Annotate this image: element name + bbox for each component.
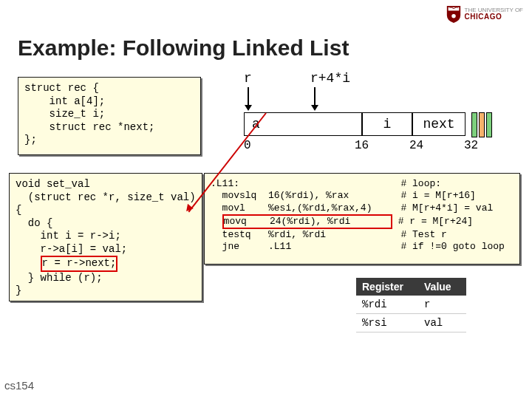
asm-l3a	[211, 216, 222, 227]
memory-layout-diagram: r r+4*i a i next 0 16 24 32	[214, 71, 525, 160]
pointer-r4i-label: r+4*i	[310, 71, 350, 86]
arrow-r4i	[314, 87, 318, 111]
svg-point-1	[451, 14, 456, 18]
field-i: i	[362, 112, 412, 136]
pointer-r-label: r	[244, 71, 252, 86]
offset-16: 16	[355, 139, 369, 152]
uchicago-logo: THE UNIVERSITY OF CHICAGO	[446, 4, 523, 24]
code-func-post: } while (r); }	[16, 272, 103, 297]
code-func-highlight: r = r->next;	[41, 256, 118, 272]
reg-rdi-val: r	[418, 296, 466, 314]
offset-32: 32	[464, 139, 478, 152]
struct-layout-row: a i next	[244, 112, 494, 136]
asm-l3-highlight: movq 24(%rdi), %rdi	[222, 214, 392, 229]
col-register: Register	[356, 278, 418, 296]
asm-l0: .L11: # loop:	[211, 178, 441, 189]
asm-l4: testq %rdi, %rdi # Test r	[211, 229, 447, 240]
asm-l3b: # r = M[r+24]	[398, 216, 473, 227]
code-struct-def: struct rec { int a[4]; size_t i; struct …	[18, 77, 201, 155]
asm-l2: movl %esi,(%rdi,%rax,4) # M[r+4*i] = val	[211, 202, 493, 214]
table-header-row: Register Value	[356, 278, 466, 296]
course-footer: cs154	[4, 379, 34, 392]
page-title: Example: Following Linked List	[18, 35, 349, 61]
logo-text: THE UNIVERSITY OF CHICAGO	[465, 7, 523, 21]
offset-24: 24	[409, 139, 423, 152]
table-row: %rdi r	[356, 296, 466, 314]
logo-line2: CHICAGO	[465, 13, 523, 21]
code-function: void set_val (struct rec *r, size_t val)…	[9, 173, 202, 301]
reg-rsi: %rsi	[356, 314, 418, 332]
register-table: Register Value %rdi r %rsi val	[356, 278, 466, 332]
shield-icon	[446, 4, 462, 24]
arrow-r	[248, 87, 252, 111]
col-value: Value	[418, 278, 466, 296]
asm-l5: jne .L11 # if !=0 goto loop	[211, 241, 505, 252]
asm-l1: movslq 16(%rdi), %rax # i = M[r+16]	[211, 190, 476, 201]
table-row: %rsi val	[356, 314, 466, 332]
field-next: next	[412, 112, 466, 136]
trailing-boxes	[471, 112, 494, 136]
reg-rsi-val: val	[418, 314, 466, 332]
code-assembly: .L11: # loop: movslq 16(%rdi), %rax # i …	[204, 173, 520, 265]
reg-rdi: %rdi	[356, 296, 418, 314]
